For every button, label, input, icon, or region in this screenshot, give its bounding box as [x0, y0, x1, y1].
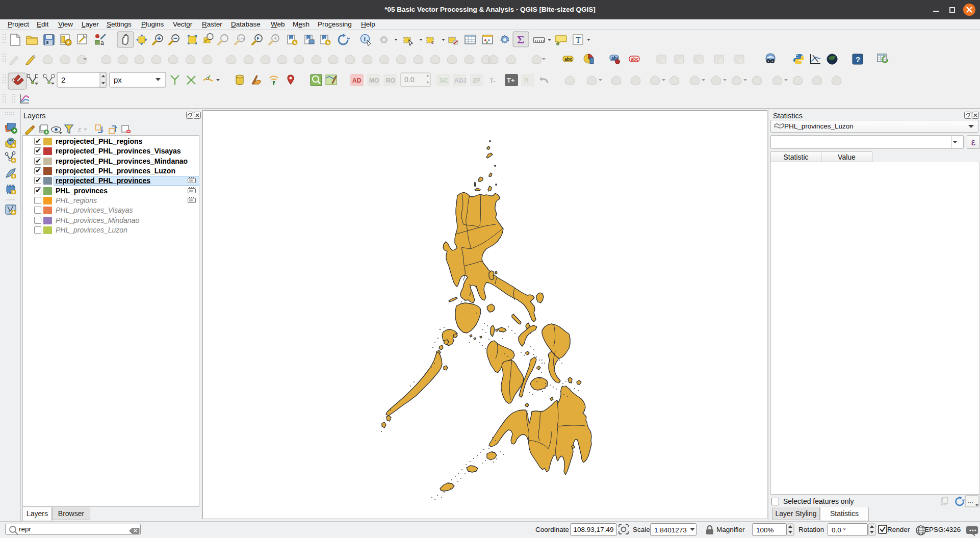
- svg-text:2: 2: [61, 75, 65, 84]
- svg-text:0.0: 0.0: [404, 75, 415, 84]
- svg-text:...: ...: [968, 497, 973, 504]
- svg-text:px: px: [114, 75, 122, 84]
- svg-text:!!: !!: [524, 76, 529, 84]
- svg-text:MO: MO: [369, 77, 379, 84]
- svg-text:2P: 2P: [473, 77, 480, 84]
- svg-text:RO: RO: [386, 77, 395, 84]
- svg-text:SC: SC: [440, 77, 448, 84]
- svg-text:T-: T-: [489, 77, 496, 85]
- svg-text:ADJ: ADJ: [454, 77, 467, 84]
